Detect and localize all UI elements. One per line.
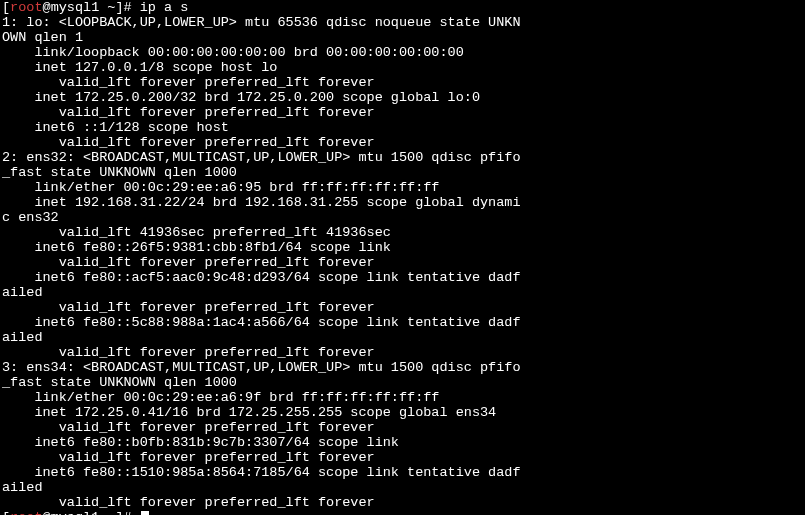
prompt-at: @ [43,510,51,515]
output-line: valid_lft forever preferred_lft forever [2,105,375,120]
output-line: inet 172.25.0.41/16 brd 172.25.255.255 s… [2,405,496,420]
output-line: 1: lo: <LOOPBACK,UP,LOWER_UP> mtu 65536 … [2,15,520,30]
prompt-line: [root@mysql1 ~]# ip a s [2,0,188,15]
terminal-output[interactable]: [root@mysql1 ~]# ip a s 1: lo: <LOOPBACK… [0,0,805,515]
prompt-path: ~ [99,0,115,15]
prompt-close: ]# [115,510,139,515]
output-line: link/loopback 00:00:00:00:00:00 brd 00:0… [2,45,464,60]
output-line: inet 172.25.0.200/32 brd 172.25.0.200 sc… [2,90,480,105]
output-line: valid_lft 41936sec preferred_lft 41936se… [2,225,391,240]
output-line: valid_lft forever preferred_lft forever [2,450,375,465]
output-line: inet6 fe80::5c88:988a:1ac4:a566/64 scope… [2,315,520,330]
output-line: ailed [2,330,43,345]
output-line: inet6 fe80::26f5:9381:cbb:8fb1/64 scope … [2,240,391,255]
output-line: valid_lft forever preferred_lft forever [2,300,375,315]
prompt-user: root [10,0,42,15]
output-line: 2: ens32: <BROADCAST,MULTICAST,UP,LOWER_… [2,150,520,165]
prompt-open-bracket: [ [2,510,10,515]
output-line: valid_lft forever preferred_lft forever [2,75,375,90]
output-line: valid_lft forever preferred_lft forever [2,255,375,270]
output-line: inet 127.0.0.1/8 scope host lo [2,60,277,75]
output-line: ailed [2,285,43,300]
output-line: OWN qlen 1 [2,30,83,45]
output-line: inet6 ::1/128 scope host [2,120,229,135]
output-line: valid_lft forever preferred_lft forever [2,495,375,510]
prompt-line-2: [root@mysql1 ~]# [2,510,149,515]
output-line: valid_lft forever preferred_lft forever [2,135,375,150]
output-line: _fast state UNKNOWN qlen 1000 [2,375,237,390]
cursor-block [141,511,149,515]
output-line: inet6 fe80::b0fb:831b:9c7b:3307/64 scope… [2,435,399,450]
prompt-host: mysql1 [51,0,100,15]
output-line: link/ether 00:0c:29:ee:a6:9f brd ff:ff:f… [2,390,439,405]
output-line: inet6 fe80::acf5:aac0:9c48:d293/64 scope… [2,270,520,285]
output-line: c ens32 [2,210,59,225]
output-line: 3: ens34: <BROADCAST,MULTICAST,UP,LOWER_… [2,360,520,375]
command-text: ip a s [140,0,189,15]
output-line: valid_lft forever preferred_lft forever [2,420,375,435]
prompt-at: @ [43,0,51,15]
output-line: ailed [2,480,43,495]
prompt-close: ]# [115,0,139,15]
output-line: _fast state UNKNOWN qlen 1000 [2,165,237,180]
prompt-path: ~ [99,510,115,515]
output-line: inet6 fe80::1510:985a:8564:7185/64 scope… [2,465,520,480]
output-line: valid_lft forever preferred_lft forever [2,345,375,360]
prompt-user: root [10,510,42,515]
output-line: link/ether 00:0c:29:ee:a6:95 brd ff:ff:f… [2,180,439,195]
prompt-open-bracket: [ [2,0,10,15]
prompt-host: mysql1 [51,510,100,515]
output-line: inet 192.168.31.22/24 brd 192.168.31.255… [2,195,520,210]
